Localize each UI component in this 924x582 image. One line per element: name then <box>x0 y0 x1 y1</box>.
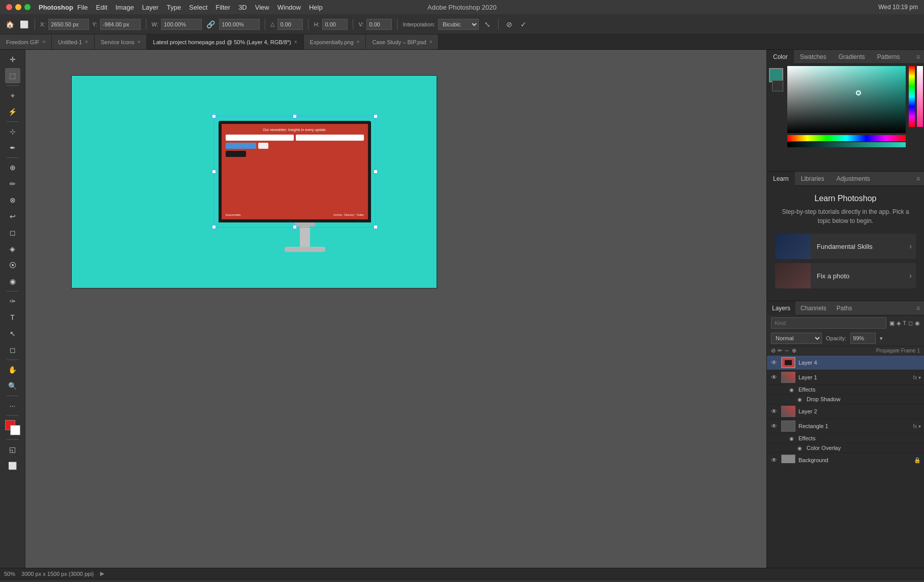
tab-close-freedom[interactable]: × <box>42 39 45 45</box>
h2-input[interactable] <box>322 19 348 30</box>
menu-image[interactable]: Image <box>115 4 134 11</box>
layer-eye-dropshadow[interactable]: ◉ <box>795 397 804 402</box>
dodge-tool[interactable]: ◉ <box>5 274 20 289</box>
filter-adjustment-icon[interactable]: ◈ <box>897 320 901 327</box>
layer-eye-rectangle1[interactable]: 👁 <box>770 423 778 430</box>
tab-untitled[interactable]: Untitled-1 × <box>52 35 95 50</box>
menu-select[interactable]: Select <box>189 4 207 11</box>
layer-item-rectangle1[interactable]: 👁 Rectangle 1 fx ▾ <box>767 419 924 434</box>
menu-edit[interactable]: Edit <box>96 4 107 11</box>
marquee-tool[interactable]: ⬚ <box>5 68 20 83</box>
lock-position-icon[interactable]: ↔ <box>784 347 790 354</box>
lock-artboard-icon[interactable]: ⊕ <box>792 347 796 354</box>
commit-transform-icon[interactable]: ✓ <box>518 19 529 30</box>
path-selection-tool[interactable]: ↖ <box>5 326 20 341</box>
menu-layer[interactable]: Layer <box>142 4 159 11</box>
menu-help[interactable]: Help <box>309 4 323 11</box>
filter-type-icon[interactable]: T <box>903 320 906 327</box>
eyedropper-tool[interactable]: ✒ <box>5 140 20 155</box>
hue-bar[interactable] <box>787 135 906 141</box>
menu-type[interactable]: Type <box>167 4 181 11</box>
tab-adjustments[interactable]: Adjustments <box>830 172 876 186</box>
color-panel-menu[interactable]: ≡ <box>916 53 924 60</box>
tab-channels[interactable]: Channels <box>795 301 831 315</box>
layer-eye-rect-effects[interactable]: ◉ <box>787 436 795 441</box>
tab-freedom-gif[interactable]: Freedom GIF × <box>0 35 52 50</box>
tab-latest-project[interactable]: Latest project homepage.psd @ 50% (Layer… <box>147 35 304 50</box>
tab-service-icons[interactable]: Service Icons × <box>95 35 147 50</box>
warp-icon[interactable]: ⤡ <box>482 19 493 30</box>
blend-mode-select[interactable]: Normal <box>771 333 822 344</box>
filter-smart-icon[interactable]: ◉ <box>915 320 920 327</box>
tab-patterns[interactable]: Patterns <box>871 50 906 64</box>
cancel-transform-icon[interactable]: ⊘ <box>504 19 515 30</box>
learn-card-fixphoto[interactable]: Fix a photo › <box>775 263 916 288</box>
tab-swatches[interactable]: Swatches <box>794 50 833 64</box>
menu-window[interactable]: Window <box>278 4 301 11</box>
layer-item-layer4[interactable]: 👁 Layer 4 <box>767 355 924 370</box>
gradient-tool[interactable]: ◈ <box>5 241 20 256</box>
traffic-lights[interactable] <box>6 4 30 10</box>
tab-close-case[interactable]: × <box>429 39 433 45</box>
interpolation-select[interactable]: Bicubic <box>438 19 479 30</box>
learn-card-fundamental[interactable]: Fundamental Skills › <box>775 234 916 259</box>
rotate-input[interactable] <box>278 19 303 30</box>
crop-tool[interactable]: ⊹ <box>5 124 20 139</box>
learn-panel-menu[interactable]: ≡ <box>916 175 924 182</box>
tab-libraries[interactable]: Libraries <box>795 172 830 186</box>
tab-close-service[interactable]: × <box>137 39 140 45</box>
canvas-area[interactable]: Our newsletter: Insights in every update… <box>25 50 766 568</box>
layer-item-layer2[interactable]: 👁 Layer 2 <box>767 404 924 419</box>
blur-tool[interactable]: ⦿ <box>5 257 20 273</box>
layer-eye-background[interactable]: 👁 <box>770 457 778 463</box>
layer-item-effects[interactable]: ◉ Effects <box>767 385 924 395</box>
layer-item-background[interactable]: 👁 Background 🔒 <box>767 453 924 463</box>
x-input[interactable] <box>48 19 89 30</box>
menu-bar[interactable]: File Edit Image Layer Type Select Filter… <box>77 4 323 11</box>
opacity-input[interactable] <box>850 333 876 344</box>
zoom-tool[interactable]: 🔍 <box>5 378 20 394</box>
w-input[interactable] <box>161 19 202 30</box>
color-boxes[interactable] <box>5 420 20 435</box>
tab-exponentially[interactable]: Exponentially.png × <box>304 35 366 50</box>
quick-mask-mode[interactable]: ◱ <box>5 442 20 457</box>
tab-close-untitled[interactable]: × <box>85 39 88 45</box>
tab-gradients[interactable]: Gradients <box>833 50 871 64</box>
tab-close-exp[interactable]: × <box>357 39 360 45</box>
tab-paths[interactable]: Paths <box>831 301 857 315</box>
h-input[interactable] <box>219 19 260 30</box>
opacity-slider[interactable] <box>917 66 923 127</box>
shape-tool[interactable]: ◻ <box>5 342 20 358</box>
opacity-bar[interactable] <box>787 142 906 147</box>
tab-layers[interactable]: Layers <box>767 301 795 315</box>
tab-case-study[interactable]: Case Study – BIP.psd × <box>366 35 439 50</box>
v-input[interactable] <box>366 19 392 30</box>
lock-pixels-icon[interactable]: ✏ <box>778 347 782 354</box>
hue-slider[interactable] <box>909 66 915 127</box>
menu-3d[interactable]: 3D <box>238 4 247 11</box>
lasso-tool[interactable]: ⌖ <box>5 88 20 103</box>
magic-wand-tool[interactable]: ⚡ <box>5 104 20 119</box>
layer-item-dropshadow[interactable]: ◉ Drop Shadow <box>767 395 924 404</box>
close-button[interactable] <box>6 4 12 10</box>
eraser-tool[interactable]: ◻ <box>5 225 20 240</box>
layer-eye-layer2[interactable]: 👁 <box>770 408 778 415</box>
maximize-button[interactable] <box>24 4 30 10</box>
filter-pixel-icon[interactable]: ▣ <box>889 320 895 327</box>
layer-item-coloroverlay[interactable]: ◉ Color Overlay <box>767 443 924 453</box>
layers-panel-menu[interactable]: ≡ <box>916 305 924 312</box>
type-tool[interactable]: T <box>5 310 20 325</box>
tab-learn[interactable]: Learn <box>767 172 795 186</box>
opacity-arrow[interactable]: ▾ <box>880 335 883 342</box>
tab-color[interactable]: Color <box>767 50 794 64</box>
home-icon[interactable]: 🏠 <box>4 19 15 30</box>
background-color[interactable] <box>10 425 20 435</box>
history-brush-tool[interactable]: ↩ <box>5 209 20 224</box>
lock-transparent-icon[interactable]: ⊘ <box>771 347 776 354</box>
expand-info[interactable]: ▶ <box>100 570 104 577</box>
layers-search-input[interactable] <box>771 317 886 329</box>
layer-eye-effects[interactable]: ◉ <box>787 387 795 393</box>
background-swatch[interactable] <box>772 80 783 91</box>
menu-view[interactable]: View <box>255 4 269 11</box>
brush-tool[interactable]: ✏ <box>5 176 20 191</box>
